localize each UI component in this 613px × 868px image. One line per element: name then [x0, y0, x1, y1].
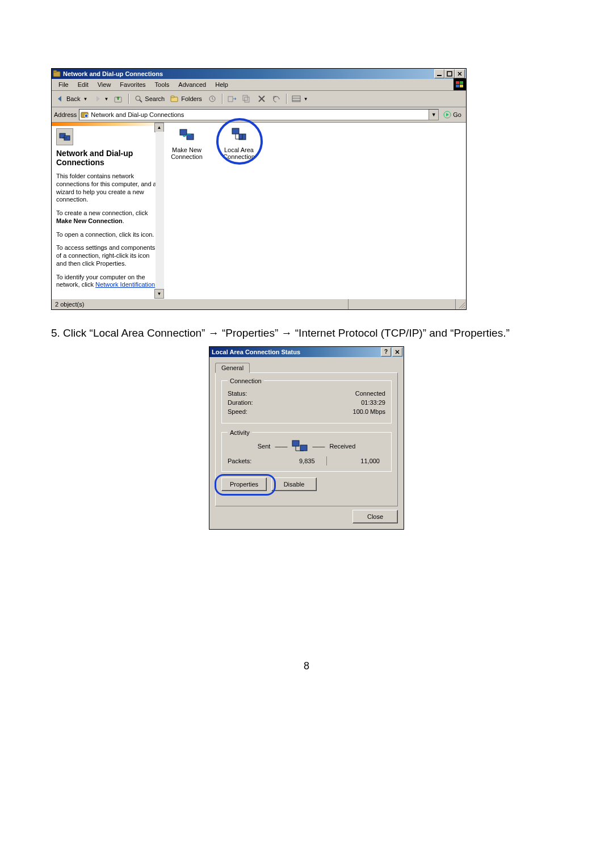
tab-general[interactable]: General: [215, 363, 250, 373]
title-bar[interactable]: Network and Dial-up Connections: [52, 69, 466, 79]
svg-rect-43: [300, 445, 307, 451]
question-icon: ?: [384, 349, 388, 355]
scroll-down-button[interactable]: ▼: [154, 289, 164, 299]
search-label: Search: [145, 95, 165, 102]
move-to-button[interactable]: [226, 94, 238, 104]
network-connections-window: Network and Dial-up Connections File Edi…: [51, 68, 467, 310]
info-pane: Network and Dial-up Connections This fol…: [52, 123, 164, 299]
resize-grip-icon[interactable]: [456, 299, 466, 309]
views-icon: [292, 94, 301, 103]
back-button[interactable]: Back ▼: [54, 94, 89, 104]
menu-favorites[interactable]: Favorites: [115, 80, 150, 89]
icon-view: Make New Connection Local Area Connectio…: [164, 123, 466, 299]
properties-button[interactable]: Properties: [221, 477, 267, 491]
close-dialog-button[interactable]: Close: [352, 510, 398, 523]
explorer-body: Network and Dial-up Connections This fol…: [52, 123, 466, 299]
scroll-up-button[interactable]: ▲: [154, 123, 164, 132]
forward-button[interactable]: ▼: [91, 94, 110, 104]
chevron-down-icon: ▼: [83, 97, 87, 102]
move-to-icon: [228, 94, 237, 103]
packets-received-value: 11,000: [333, 458, 386, 464]
button-label: Close: [367, 513, 383, 520]
folder-network-large-icon: [56, 128, 73, 145]
status-label: Status:: [228, 390, 247, 397]
close-button[interactable]: [392, 347, 402, 357]
dash-icon: ——: [312, 443, 325, 450]
folder-network-icon: [81, 111, 89, 119]
activity-computers-icon: [292, 439, 308, 453]
item-label: Make New Connection: [171, 146, 203, 160]
connection-wizard-icon: [178, 126, 196, 144]
undo-button[interactable]: [270, 94, 283, 104]
minimize-button[interactable]: [434, 69, 444, 78]
maximize-button[interactable]: [444, 69, 455, 78]
menu-file[interactable]: File: [54, 80, 73, 89]
menu-edit[interactable]: Edit: [73, 80, 93, 89]
button-label: Disable: [284, 481, 305, 488]
button-label: Properties: [230, 481, 258, 488]
make-new-connection-item[interactable]: Make New Connection: [166, 126, 207, 160]
svg-rect-30: [180, 129, 187, 135]
svg-rect-16: [228, 97, 233, 102]
packets-sent-value: 9,835: [267, 458, 321, 464]
group-connection: Connection Status: Connected Duration: 0…: [221, 378, 392, 423]
svg-rect-42: [292, 441, 299, 446]
search-icon: [134, 94, 143, 103]
duration-label: Duration:: [228, 399, 253, 406]
separator: [326, 456, 327, 466]
accent-bar: [52, 123, 164, 126]
forward-arrow-icon: [93, 94, 102, 103]
svg-rect-6: [456, 81, 459, 84]
info-text-2c: .: [123, 217, 124, 224]
menu-help[interactable]: Help: [211, 80, 233, 89]
views-button[interactable]: ▼: [290, 94, 310, 104]
info-text-2a: To create a new connection, click: [56, 209, 148, 216]
folders-label: Folders: [181, 95, 202, 102]
chevron-down-icon: ▼: [104, 97, 108, 102]
history-icon: [208, 94, 217, 103]
address-dropdown-icon[interactable]: ▼: [429, 110, 438, 120]
search-button[interactable]: Search: [132, 94, 166, 104]
close-button[interactable]: [455, 69, 465, 78]
go-button[interactable]: Go: [441, 111, 464, 119]
history-button[interactable]: [206, 94, 219, 104]
duration-value: 01:33:29: [361, 399, 385, 406]
received-label: Received: [329, 443, 355, 450]
menu-advanced[interactable]: Advanced: [174, 80, 211, 89]
folder-network-icon: [53, 70, 61, 78]
copy-to-button[interactable]: [241, 94, 253, 104]
disable-button[interactable]: Disable: [271, 477, 317, 491]
group-legend: Activity: [228, 429, 252, 436]
folders-button[interactable]: Folders: [169, 94, 204, 104]
dialog-title-bar[interactable]: Local Area Connection Status ?: [209, 347, 404, 357]
info-text-2b: Make New Connection: [56, 217, 123, 224]
menu-tools[interactable]: Tools: [150, 80, 174, 89]
lan-connection-icon: [230, 126, 248, 144]
info-text-1: This folder contains network connections…: [56, 173, 159, 204]
network-identification-link[interactable]: Network Identification: [95, 281, 155, 288]
svg-rect-7: [460, 81, 463, 84]
address-value: Network and Dial-up Connections: [91, 111, 426, 118]
copy-to-icon: [242, 94, 251, 103]
windows-logo-icon: [454, 78, 466, 90]
lan-status-dialog: Local Area Connection Status ? General C…: [209, 346, 404, 530]
svg-line-39: [464, 307, 465, 308]
scrollbar-track[interactable]: [156, 132, 164, 290]
svg-rect-1: [53, 70, 57, 72]
help-button[interactable]: ?: [381, 347, 391, 357]
tab-strip: General: [215, 363, 398, 373]
menu-view[interactable]: View: [93, 80, 116, 89]
up-button[interactable]: [112, 94, 125, 104]
address-label: Address: [54, 111, 77, 118]
local-area-connection-item[interactable]: Local Area Connection: [219, 126, 259, 160]
delete-icon: [257, 94, 266, 103]
svg-rect-8: [456, 85, 459, 87]
back-arrow-icon: [56, 94, 65, 103]
svg-rect-2: [437, 75, 442, 76]
info-text-4: To access settings and components of a c…: [56, 244, 159, 267]
back-label: Back: [66, 95, 80, 102]
sent-label: Sent: [258, 443, 271, 450]
step-5-instruction: 5. Click “Local Area Connection” → “Prop…: [51, 326, 562, 341]
address-input[interactable]: Network and Dial-up Connections ▼: [79, 109, 439, 120]
delete-button[interactable]: [255, 94, 268, 104]
